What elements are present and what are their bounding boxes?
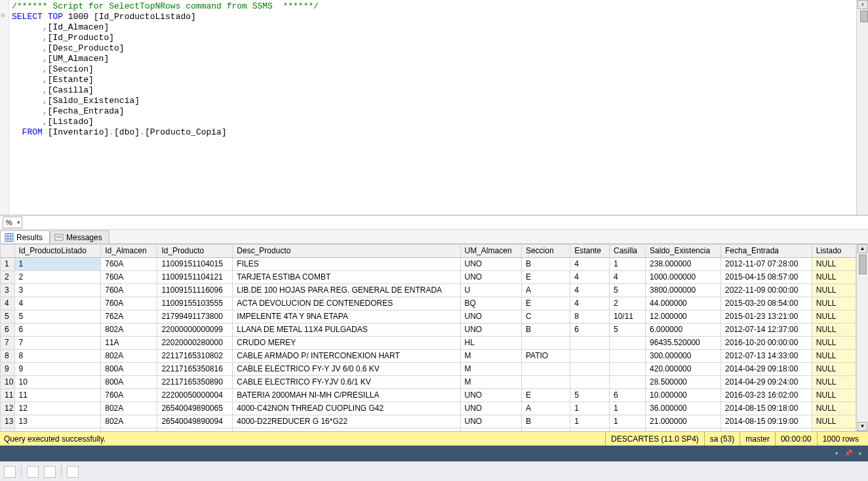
scroll-split-icon[interactable]: ⇕ (858, 0, 868, 9)
row-number-cell[interactable]: 3 (1, 284, 15, 297)
grid-cell[interactable]: 28.500000 (646, 376, 721, 389)
grid-cell[interactable]: 4000-C42NON THREAD CUOPLING G42 (233, 402, 460, 415)
grid-cell[interactable] (521, 376, 570, 389)
grid-cell[interactable]: NULL (812, 310, 856, 324)
grid-cell[interactable]: M (460, 376, 521, 389)
grid-cell[interactable]: 21.000000 (646, 415, 721, 429)
grid-cell[interactable]: 2015-04-15 08:57:00 (720, 271, 812, 284)
grid-cell[interactable]: 760A (101, 297, 157, 310)
grid-cell[interactable]: E (521, 297, 570, 310)
table-row[interactable]: 7711A22020000280000CRUDO MEREYHL96435.52… (1, 337, 856, 350)
grid-cell[interactable]: 3 (14, 284, 101, 297)
grid-cell[interactable]: 4 (570, 271, 610, 284)
grid-cell[interactable]: 5 (570, 389, 610, 402)
row-number-header[interactable] (1, 245, 15, 258)
grid-cell[interactable]: 6 (14, 324, 101, 337)
row-number-cell[interactable]: 8 (1, 350, 15, 363)
grid-cell[interactable]: 6 (570, 324, 610, 337)
grid-cell[interactable]: 2012-07-14 12:37:00 (720, 324, 812, 337)
grid-cell[interactable]: NULL (812, 324, 856, 337)
grid-cell[interactable]: 420.000000 (646, 363, 721, 376)
grid-cell[interactable]: ACTA DEVOLUCION DE CONTENEDORES (233, 297, 460, 310)
grid-cell[interactable]: 11009151104121 (157, 271, 233, 284)
grid-cell[interactable]: NULL (812, 363, 856, 376)
grid-cell[interactable]: 1 (570, 402, 610, 415)
grid-cell[interactable]: C (521, 310, 570, 324)
grid-cell[interactable]: UNO (460, 324, 521, 337)
grid-cell[interactable]: 802A (101, 324, 157, 337)
tab-results[interactable]: Results (0, 230, 50, 243)
grid-cell[interactable]: 10 (14, 376, 101, 389)
grid-cell[interactable] (570, 337, 610, 350)
table-row[interactable]: 11760A11009151104015FILESUNOB41238.00000… (1, 258, 856, 271)
editor-vertical-scrollbar[interactable]: ⇕ (856, 0, 868, 215)
table-row[interactable]: 1010800A22117165350890CABLE ELECTRICO FY… (1, 376, 856, 389)
grid-cell[interactable]: 26540049890065 (157, 402, 233, 415)
grid-cell[interactable]: 10/11 (609, 310, 645, 324)
zoom-dropdown[interactable]: % (3, 217, 22, 228)
grid-cell[interactable]: 1000.000000 (646, 271, 721, 284)
grid-cell[interactable]: CABLE ELECTRICO FY-YJV 0.6/1 KV (233, 376, 460, 389)
grid-cell[interactable]: 5 (609, 324, 645, 337)
row-number-cell[interactable]: 10 (1, 376, 15, 389)
toolbar-btn-3[interactable] (44, 466, 56, 478)
grid-cell[interactable]: LLANA DE METAL 11X4 PULGADAS (233, 324, 460, 337)
grid-cell[interactable]: 2012-11-07 07:28:00 (720, 258, 812, 271)
grid-cell[interactable]: 5 (609, 284, 645, 297)
grid-cell[interactable]: BQ (460, 297, 521, 310)
grid-cell[interactable]: 11009151104015 (157, 258, 233, 271)
column-header[interactable]: Seccion (521, 245, 570, 258)
column-header[interactable]: Casilla (609, 245, 645, 258)
grid-cell[interactable] (609, 337, 645, 350)
grid-cell[interactable]: 4 (609, 271, 645, 284)
row-number-cell[interactable]: 1 (1, 258, 15, 271)
column-header[interactable]: UM_Almacen (460, 245, 521, 258)
close-icon[interactable]: ✕ (855, 449, 865, 458)
grid-cell[interactable]: B (521, 258, 570, 271)
grid-cell[interactable] (521, 363, 570, 376)
grid-cell[interactable]: CABLE ARMADO P/ INTERCONEXION HART (233, 350, 460, 363)
row-number-cell[interactable]: 2 (1, 271, 15, 284)
grid-cell[interactable]: NULL (812, 297, 856, 310)
grid-cell[interactable]: 22117165310802 (157, 350, 233, 363)
grid-cell[interactable]: 760A (101, 258, 157, 271)
column-header[interactable]: Fecha_Entrada (720, 245, 812, 258)
grid-cell[interactable]: 762A (101, 310, 157, 324)
table-row[interactable]: 1313802A265400498900944000-D22REDUCER G … (1, 415, 856, 429)
column-header[interactable]: Desc_Producto (233, 245, 460, 258)
grid-cell[interactable]: 760A (101, 389, 157, 402)
grid-cell[interactable] (609, 363, 645, 376)
grid-cell[interactable]: 238.000000 (646, 258, 721, 271)
grid-cell[interactable]: 800A (101, 363, 157, 376)
scrollbar-thumb[interactable] (860, 10, 868, 22)
grid-cell[interactable]: NULL (812, 271, 856, 284)
toolbar-btn-2[interactable] (27, 466, 39, 478)
grid-cell[interactable]: 2014-08-15 09:19:00 (720, 415, 812, 429)
grid-cell[interactable]: 2012-07-13 14:33:00 (720, 350, 812, 363)
grid-cell[interactable]: 11 (14, 389, 101, 402)
grid-cell[interactable]: 2015-03-20 08:54:00 (720, 297, 812, 310)
grid-cell[interactable]: BATERIA 2000MAH NI-MH C/PRESILLA (233, 389, 460, 402)
results-vertical-scrollbar[interactable]: ▲ ▼ (856, 244, 868, 431)
grid-cell[interactable]: 11009155103555 (157, 297, 233, 310)
grid-cell[interactable] (609, 376, 645, 389)
grid-cell[interactable]: 1 (609, 258, 645, 271)
grid-cell[interactable]: 2014-04-29 09:18:00 (720, 363, 812, 376)
row-number-cell[interactable]: 5 (1, 310, 15, 324)
grid-cell[interactable]: LIB.DE 100 HOJAS PARA REG. GENERAL DE EN… (233, 284, 460, 297)
grid-cell[interactable]: UNO (460, 271, 521, 284)
grid-cell[interactable]: 802A (101, 402, 157, 415)
table-row[interactable]: 55762A21799491173800IMPELENTE 4TA Y 9NA … (1, 310, 856, 324)
grid-cell[interactable] (570, 350, 610, 363)
grid-cell[interactable]: 300.000000 (646, 350, 721, 363)
row-number-cell[interactable]: 4 (1, 297, 15, 310)
grid-cell[interactable]: UNO (460, 389, 521, 402)
grid-cell[interactable]: 760A (101, 284, 157, 297)
table-row[interactable]: 99800A22117165350816CABLE ELECTRICO FY-Y… (1, 363, 856, 376)
results-grid[interactable]: Id_ProductoListadoId_AlmacenId_ProductoD… (0, 244, 856, 431)
tab-messages[interactable]: Messages (50, 230, 109, 243)
grid-cell[interactable]: NULL (812, 376, 856, 389)
scroll-up-arrow-icon[interactable]: ▲ (858, 244, 867, 253)
table-row[interactable]: 22760A11009151104121TARJETA ESTIBA COMBT… (1, 271, 856, 284)
grid-cell[interactable]: 2016-03-23 16:02:00 (720, 389, 812, 402)
